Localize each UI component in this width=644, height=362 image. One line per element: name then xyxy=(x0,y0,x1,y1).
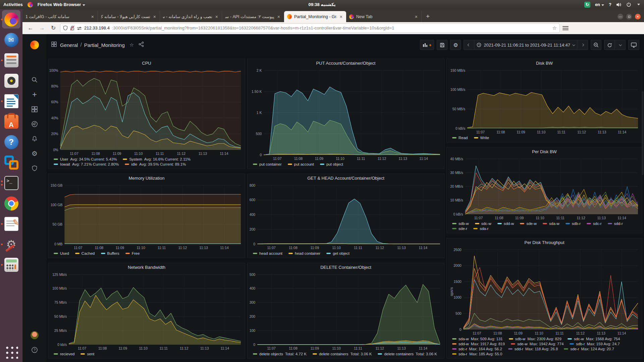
tab-close-icon[interactable]: × xyxy=(215,14,219,19)
panel-title[interactable]: Per Disk Throughput xyxy=(447,238,642,247)
tab-close-icon[interactable]: × xyxy=(414,14,418,19)
legend-item[interactable]: Cached xyxy=(75,251,95,255)
legend-item[interactable]: IowaitAvg: 7.21% Current: 2.80% xyxy=(54,162,119,166)
tab[interactable]: نصب و راه اندازی سامانه - ساما× xyxy=(160,11,222,22)
breadcrumb-folder[interactable]: General xyxy=(60,42,78,48)
panel-delete[interactable]: DELETE Container/Object01002003004005001… xyxy=(247,263,444,359)
legend-item[interactable]: idleAvg: 39.5% Current: 89.1% xyxy=(125,162,186,166)
legend-item[interactable]: sdb-wMax: 2309 Avg: 829 xyxy=(509,337,561,341)
legend-item[interactable]: recieved xyxy=(54,352,74,356)
explore-compass-icon[interactable] xyxy=(22,117,47,131)
time-shift-back-button[interactable] xyxy=(464,40,474,50)
maximize-button[interactable] xyxy=(626,14,632,19)
tab[interactable]: New Tab× xyxy=(346,11,422,22)
panel-title[interactable]: GET & HEAD Account/Container/Object xyxy=(248,174,444,183)
dock-item-ubuntu-software[interactable]: A xyxy=(0,111,22,132)
breadcrumb-dashboard-title[interactable]: Partial_Monitoring xyxy=(84,42,125,48)
dock-item-tweaks[interactable]: ⚙ xyxy=(0,234,22,254)
legend-item[interactable]: sent xyxy=(80,352,94,356)
dock-item-text-editor[interactable]: ✎ xyxy=(0,214,22,234)
legend-item[interactable]: sde-wMax: 1942 Avg: 774 xyxy=(511,342,564,346)
bookmark-star-icon[interactable]: ☆ xyxy=(552,25,557,31)
tab-close-icon[interactable]: × xyxy=(339,14,343,19)
clock[interactable]: یکشنبه 09:38 xyxy=(308,2,335,7)
forward-button[interactable]: → xyxy=(37,25,47,32)
kiosk-mode-button[interactable] xyxy=(628,40,639,50)
legend-item[interactable]: get object xyxy=(326,251,350,255)
panel-title[interactable]: Memory Utilization xyxy=(48,174,245,183)
tab[interactable]: سامانه کاتب - Gافرانت 1× xyxy=(22,11,98,22)
dock-item-firefox[interactable] xyxy=(0,9,22,29)
back-button[interactable]: ← xyxy=(26,25,35,32)
memory-graph[interactable]: 0 MB50 GB100 GB150 GB11:0711:0811:0911:1… xyxy=(48,183,245,251)
legend-item[interactable]: sdd-rMax: 118 Avg: 26.8 xyxy=(508,347,558,351)
time-shift-forward-button[interactable] xyxy=(577,40,588,50)
dashboards-icon[interactable] xyxy=(22,102,47,117)
create-plus-icon[interactable]: + xyxy=(22,87,47,102)
legend-item[interactable]: put account xyxy=(288,162,314,166)
legend-item[interactable]: Read xyxy=(452,136,468,140)
dock-item-file-cabinet[interactable] xyxy=(0,50,22,70)
add-panel-button[interactable]: + xyxy=(420,40,434,50)
close-button[interactable]: ✕ xyxy=(635,14,641,19)
alerting-bell-icon[interactable] xyxy=(22,131,47,146)
dock-item-help[interactable]: ? xyxy=(0,132,22,152)
volume-icon[interactable] xyxy=(616,2,622,7)
dock-item-vmware[interactable] xyxy=(0,152,22,173)
legend-item[interactable]: put object xyxy=(320,162,343,166)
panel-put[interactable]: PUT Account/Container/Object05001 K1.50 … xyxy=(247,59,444,169)
url-bar[interactable]: 212.33.198.4 :3000/d/F63l05Snk/partial_m… xyxy=(60,23,560,33)
legend-item[interactable]: Used xyxy=(54,251,69,255)
panel-cpu[interactable]: CPU0%20%40%60%80%100%11:0711:0811:0911:1… xyxy=(48,59,245,169)
panel-title[interactable]: CPU xyxy=(48,59,245,68)
legend-item[interactable]: delete containersTotal: 3.06 K xyxy=(378,352,437,356)
legend-item[interactable]: sde-rMax: 124 Avg: 20.7 xyxy=(564,347,614,351)
legend-item[interactable]: delete objectsTotal: 4.72 K xyxy=(253,352,307,356)
insecure-lock-icon[interactable] xyxy=(70,25,74,31)
user-avatar[interactable] xyxy=(22,328,47,343)
dock-item-libreoffice-writer[interactable] xyxy=(0,91,22,111)
save-dashboard-button[interactable] xyxy=(437,40,447,50)
legend-item[interactable]: SystemAvg: 16.6% Current: 2.11% xyxy=(123,157,191,161)
legend-item[interactable]: Buffers xyxy=(101,251,119,255)
panel-per-disk-throughput[interactable]: Per Disk Throughput050010001500200025001… xyxy=(446,238,642,359)
network-graph[interactable]: 0 kb/s25 Mb/s50 Mb/s75 Mb/s100 Mb/s125 M… xyxy=(48,272,245,351)
activities-button[interactable]: Activities xyxy=(3,2,23,7)
panel-network-bandwidth[interactable]: Network Bandwidth0 kb/s25 Mb/s50 Mb/s75 … xyxy=(48,263,245,359)
panel-disk-bw[interactable]: Disk BW0 kB/s50 MB/s100 MB/s150 MB/s11:0… xyxy=(446,59,642,142)
legend-item[interactable]: sdb-r xyxy=(566,222,581,226)
new-tab-button[interactable]: + xyxy=(422,13,434,20)
legend-item[interactable]: sdc-r xyxy=(587,222,602,226)
dock-item-terminal[interactable]: >_ xyxy=(0,173,22,193)
app-menu-button[interactable]: Firefox Web Browser xyxy=(38,2,85,7)
legend-item[interactable]: sde-w xyxy=(520,222,537,226)
disk-bw-graph[interactable]: 0 kB/s50 MB/s100 MB/s150 MB/s11:0711:081… xyxy=(447,68,642,135)
tab[interactable]: تست کارایی هیولا - سامانه کاتب× xyxy=(98,11,160,22)
per-disk-bw-graph[interactable]: 0 kB/s10 MB/s20 MB/s30 MB/s40 MB/s11:071… xyxy=(447,156,642,221)
share-icon[interactable] xyxy=(139,42,144,48)
legend-item[interactable]: UserAvg: 34.5% Current: 5.43% xyxy=(54,157,117,161)
cpu-graph[interactable]: 0%20%40%60%80%100%11:0711:0811:0911:1011… xyxy=(48,68,245,157)
tab[interactable]: پیوست ۲: مستندات API - ساما× xyxy=(222,11,284,22)
sync-tray-icon[interactable]: ↻ xyxy=(584,2,590,8)
dock-item-calculator[interactable] xyxy=(0,254,22,275)
legend-item[interactable]: sda-r xyxy=(473,227,488,231)
legend-item[interactable]: sda-w xyxy=(543,222,559,226)
legend-item[interactable]: sda-wMax: 509 Avg: 131 xyxy=(452,337,503,341)
panel-title[interactable]: Network Bandwidth xyxy=(48,263,245,272)
legend-item[interactable]: sdc-wMax: 1568 Avg: 754 xyxy=(568,337,620,341)
per-disk-throughput-graph[interactable]: 0500100015002000250011:0711:0811:0911:10… xyxy=(447,247,642,336)
tab-active[interactable]: Partial_Monitoring - Graf× xyxy=(284,11,346,22)
legend-item[interactable]: sdd-wMax: 1917 Avg: 819 xyxy=(452,342,505,346)
configuration-gear-icon[interactable]: ⚙ xyxy=(22,146,47,161)
legend-item[interactable]: sdc-w xyxy=(475,222,491,226)
dock-item-chrome[interactable] xyxy=(0,193,22,214)
legend-item[interactable]: sdd-w xyxy=(497,222,514,226)
language-indicator[interactable]: en xyxy=(595,2,604,7)
legend-item[interactable]: head account xyxy=(253,251,282,255)
tracking-shield-icon[interactable] xyxy=(63,25,68,31)
delete-graph[interactable]: 010020030040050011:0711:0811:0911:1011:1… xyxy=(248,272,444,351)
search-icon[interactable] xyxy=(22,72,47,87)
legend-item[interactable]: sdb-rMax: 159 Avg: 24.7 xyxy=(570,342,620,346)
permissions-icon[interactable] xyxy=(77,26,82,30)
